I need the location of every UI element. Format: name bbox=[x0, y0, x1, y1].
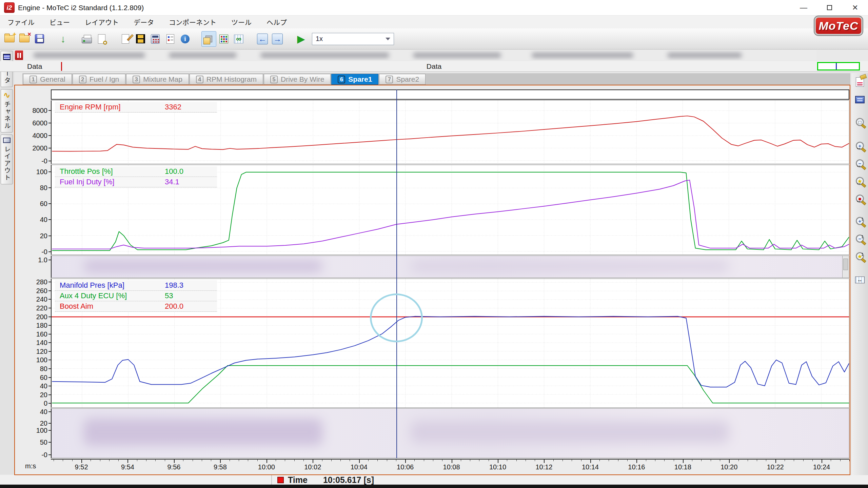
tab-mixture-map[interactable]: 3Mixture Map bbox=[126, 74, 189, 85]
prev-lap-button[interactable]: ← bbox=[255, 31, 270, 47]
x-axis-tick bbox=[405, 460, 406, 463]
print-button[interactable] bbox=[79, 31, 94, 47]
open-log-file-button[interactable]: + bbox=[2, 31, 17, 47]
y-axis-label: -0 bbox=[15, 248, 47, 256]
zoom-stop-button[interactable]: ■↔ bbox=[853, 192, 867, 205]
legend-channel-value: 198.3 bbox=[165, 281, 216, 290]
chart-container[interactable]: Engine RPM [rpm]33628000600040002000-0Th… bbox=[14, 85, 850, 475]
time-cursor-line[interactable] bbox=[396, 89, 397, 458]
measure-range-button[interactable]: ↔ bbox=[853, 273, 867, 287]
y-axis-tick bbox=[48, 368, 51, 369]
strip-scrollbar[interactable] bbox=[842, 256, 849, 278]
tab-number: 3 bbox=[133, 76, 140, 83]
chart-pane-throttle-fuel[interactable]: Throttle Pos [%]100.0Fuel Inj Duty [%]34… bbox=[51, 165, 849, 255]
zoom-full-time-button[interactable]: ★↔ bbox=[853, 174, 867, 188]
tab-fuel-ign[interactable]: 2Fuel / Ign bbox=[73, 74, 126, 85]
y-axis-tick bbox=[48, 236, 51, 236]
y-axis-label: 50 bbox=[15, 439, 47, 446]
chart-pane-manifold[interactable]: Manifold Pres [kPa]198.3Aux 4 Duty ECU [… bbox=[51, 279, 849, 408]
x-axis-minor-tick bbox=[757, 460, 757, 461]
zoom-in-vertical-button[interactable]: +↕ bbox=[853, 214, 867, 228]
details-button[interactable]: i bbox=[178, 31, 193, 47]
legend-channel-name: Fuel Inj Duty [%] bbox=[60, 178, 165, 186]
tab-spare2[interactable]: 7Spare2 bbox=[379, 74, 426, 85]
legend-row: Aux 4 Duty ECU [%]53 bbox=[55, 290, 217, 301]
x-axis-minor-tick bbox=[396, 460, 396, 461]
print-preview-button[interactable] bbox=[94, 31, 109, 47]
ruler-icon: ↔ bbox=[855, 277, 865, 283]
play-button[interactable]: ▶ bbox=[294, 31, 309, 47]
tab-number: 6 bbox=[338, 76, 345, 83]
chart-pane-hidden-strip[interactable] bbox=[51, 256, 849, 278]
legend-row: Throttle Pos [%]100.0 bbox=[55, 166, 217, 177]
next-lap-button[interactable]: → bbox=[270, 31, 285, 47]
channel-grid-button[interactable] bbox=[216, 31, 231, 47]
zoom-full-vertical-button[interactable]: ★↕ bbox=[853, 249, 867, 263]
close-log-file-button[interactable]: × bbox=[17, 31, 32, 47]
log-file-icon bbox=[15, 50, 23, 60]
maths-button[interactable] bbox=[148, 31, 163, 47]
window-icon bbox=[855, 96, 865, 103]
restore-button[interactable] bbox=[816, 0, 842, 16]
tab-general[interactable]: 1General bbox=[23, 74, 72, 85]
x-axis-minor-tick bbox=[599, 460, 600, 461]
save-button[interactable] bbox=[32, 31, 47, 47]
y-axis-tick bbox=[48, 386, 51, 386]
x-axis-minor-tick bbox=[377, 460, 378, 461]
menu-help[interactable]: ヘルプ bbox=[259, 16, 294, 28]
y-axis-label: 120 bbox=[15, 348, 47, 355]
minimize-button[interactable]: — bbox=[791, 0, 816, 16]
x-axis-minor-tick bbox=[248, 460, 248, 461]
tab-rpm-histogram[interactable]: 4RPM Histogram bbox=[190, 74, 263, 85]
video-button[interactable] bbox=[133, 31, 148, 47]
close-button[interactable]: ✕ bbox=[842, 0, 868, 16]
video-link-button[interactable]: ∞ bbox=[231, 31, 246, 47]
x-axis-minor-tick bbox=[516, 460, 517, 461]
display-window-button[interactable] bbox=[853, 93, 867, 106]
menu-tools[interactable]: ツール bbox=[224, 16, 259, 28]
x-axis-minor-tick bbox=[109, 460, 110, 461]
chart-pane-overview-band[interactable] bbox=[51, 89, 849, 100]
get-data-button[interactable]: ↓ bbox=[56, 31, 71, 47]
zoom-selection-icon: □ bbox=[856, 118, 864, 126]
playback-speed-select[interactable]: 1x bbox=[312, 33, 394, 45]
x-axis-tick-label: 9:56 bbox=[160, 463, 188, 471]
playback-speed-value: 1x bbox=[316, 35, 323, 43]
properties-button[interactable] bbox=[163, 31, 178, 47]
sidebar-tab-layout[interactable]: レイアウト bbox=[1, 135, 13, 184]
y-axis-tick bbox=[48, 123, 51, 123]
x-axis-tick bbox=[636, 460, 637, 463]
zoom-out-vertical-icon: −↕ bbox=[856, 235, 864, 243]
edit-details-button[interactable] bbox=[118, 31, 133, 47]
x-axis-minor-tick bbox=[831, 460, 831, 461]
zoom-overview-box[interactable] bbox=[817, 62, 860, 70]
menu-components[interactable]: コンポーネント bbox=[161, 16, 224, 28]
y-axis-label: 20 bbox=[15, 232, 47, 240]
tab-spare1[interactable]: 6Spare1 bbox=[331, 74, 378, 85]
chart-pane-hidden-chart[interactable] bbox=[51, 408, 849, 458]
y-axis-label: -0 bbox=[15, 157, 47, 165]
x-axis-minor-tick bbox=[424, 460, 424, 461]
tab-drive-by-wire[interactable]: 5Drive By Wire bbox=[264, 74, 331, 85]
x-axis-minor-tick bbox=[350, 460, 350, 461]
menu-layout[interactable]: レイアウト bbox=[77, 16, 126, 28]
data-table-icon bbox=[3, 54, 11, 60]
x-axis-minor-tick bbox=[285, 460, 285, 461]
menu-data[interactable]: データ bbox=[126, 16, 161, 28]
info-icon: i bbox=[181, 35, 190, 43]
magnifier-icon bbox=[103, 41, 107, 45]
tab-number: 4 bbox=[196, 76, 203, 83]
zoom-out-vertical-button[interactable]: −↕ bbox=[853, 232, 867, 245]
overlay-windows-button[interactable] bbox=[201, 31, 216, 47]
menu-view[interactable]: ビュー bbox=[42, 16, 77, 28]
chart-pane-rpm[interactable]: Engine RPM [rpm]3362 bbox=[51, 100, 849, 164]
zoom-in-time-button[interactable]: +↔ bbox=[853, 139, 867, 152]
menu-file[interactable]: ファイル bbox=[0, 16, 42, 28]
zoom-out-time-button[interactable]: −↔ bbox=[853, 157, 867, 170]
sidebar-tab-channels[interactable]: ∿ チャネル bbox=[1, 89, 13, 133]
edit-worksheet-button[interactable] bbox=[853, 75, 867, 89]
x-axis-minor-tick bbox=[766, 460, 766, 461]
zoom-selection-button[interactable]: □ bbox=[853, 115, 867, 129]
tab-number: 5 bbox=[270, 76, 278, 83]
y-axis-label: 60 bbox=[15, 374, 47, 381]
